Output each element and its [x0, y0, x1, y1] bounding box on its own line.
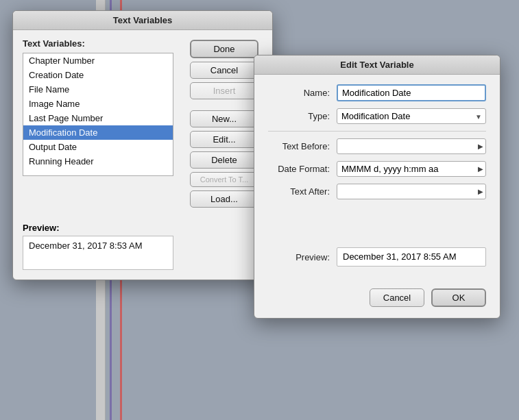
etv-type-label: Type: — [268, 111, 330, 121]
tv-list-item[interactable]: Chapter Number — [23, 53, 173, 68]
insert-button[interactable]: Insert — [190, 82, 258, 99]
etv-text-after-row: Text After: ▶ — [268, 184, 486, 199]
etv-preview-label: Preview: — [268, 252, 330, 262]
text-variables-content: Text Variables: Chapter NumberCreation D… — [13, 30, 272, 216]
etv-footer: Cancel OK — [254, 288, 500, 318]
etv-title: Edit Text Variable — [340, 60, 413, 70]
tv-list-item[interactable]: File Name — [23, 82, 173, 97]
tv-list-label: Text Variables: — [23, 38, 190, 49]
etv-date-format-input[interactable] — [337, 161, 486, 177]
tv-preview-label: Preview: — [23, 223, 263, 233]
etv-divider-1 — [268, 131, 486, 132]
text-variables-titlebar: Text Variables — [13, 11, 272, 30]
etv-text-before-label: Text Before: — [268, 141, 330, 151]
etv-type-row: Type: Modification DateCreation DateOutp… — [268, 108, 486, 124]
etv-text-before-input[interactable] — [337, 138, 486, 154]
tv-list-item[interactable]: Modification Date — [23, 125, 173, 140]
new-button[interactable]: New... — [190, 110, 258, 127]
etv-date-format-row: Date Format: ▶ — [268, 161, 486, 177]
edit-text-variable-dialog: Edit Text Variable Name: Type: Modificat… — [254, 55, 500, 319]
etv-preview-row: Preview: December 31, 2017 8:55 AM — [268, 247, 486, 267]
etv-text-after-label: Text After: — [268, 186, 330, 197]
etv-date-format-label: Date Format: — [268, 164, 330, 174]
delete-button[interactable]: Delete — [190, 151, 258, 169]
etv-cancel-button[interactable]: Cancel — [370, 288, 424, 307]
etv-preview-value: December 31, 2017 8:55 AM — [337, 247, 486, 267]
etv-name-label: Name: — [268, 88, 330, 98]
etv-text-before-row: Text Before: ▶ — [268, 138, 486, 154]
etv-spacer — [268, 206, 486, 247]
etv-text-after-input[interactable] — [337, 184, 486, 199]
tv-list-section: Text Variables: Chapter NumberCreation D… — [13, 38, 190, 208]
etv-name-row: Name: — [268, 84, 486, 101]
tv-preview-value: December 31, 2017 8:53 AM — [23, 236, 173, 270]
tv-list-item[interactable]: Output Date — [23, 140, 173, 154]
etv-content: Name: Type: Modification DateCreation Da… — [254, 75, 500, 288]
tv-list[interactable]: Chapter NumberCreation DateFile NameImag… — [23, 53, 173, 176]
cancel-button[interactable]: Cancel — [190, 62, 258, 79]
tv-list-item[interactable]: Image Name — [23, 97, 173, 111]
etv-date-format-wrapper: ▶ — [337, 161, 486, 177]
edit-button[interactable]: Edit... — [190, 131, 258, 148]
text-variables-title: Text Variables — [113, 15, 172, 25]
etv-text-after-arrow-icon[interactable]: ▶ — [478, 188, 483, 195]
done-button[interactable]: Done — [190, 40, 258, 58]
load-button[interactable]: Load... — [190, 190, 258, 208]
etv-ok-button[interactable]: OK — [431, 288, 486, 307]
etv-type-select[interactable]: Modification DateCreation DateOutput Dat… — [337, 108, 486, 124]
tv-list-item[interactable]: Last Page Number — [23, 111, 173, 125]
text-variables-dialog: Text Variables Text Variables: Chapter N… — [12, 10, 273, 280]
etv-type-select-wrapper: Modification DateCreation DateOutput Dat… — [337, 108, 486, 124]
etv-text-before-wrapper: ▶ — [337, 138, 486, 154]
etv-text-after-wrapper: ▶ — [337, 184, 486, 199]
tv-list-item[interactable]: Creation Date — [23, 68, 173, 82]
tv-list-item[interactable]: Running Header — [23, 154, 173, 169]
tv-preview-section: Preview: December 31, 2017 8:53 AM — [13, 216, 272, 280]
etv-name-input[interactable] — [337, 84, 486, 101]
convert-to-button[interactable]: Convert To T... — [190, 172, 258, 187]
etv-text-before-arrow-icon[interactable]: ▶ — [478, 143, 483, 150]
etv-date-format-arrow-icon[interactable]: ▶ — [478, 165, 483, 173]
etv-titlebar: Edit Text Variable — [254, 55, 500, 75]
